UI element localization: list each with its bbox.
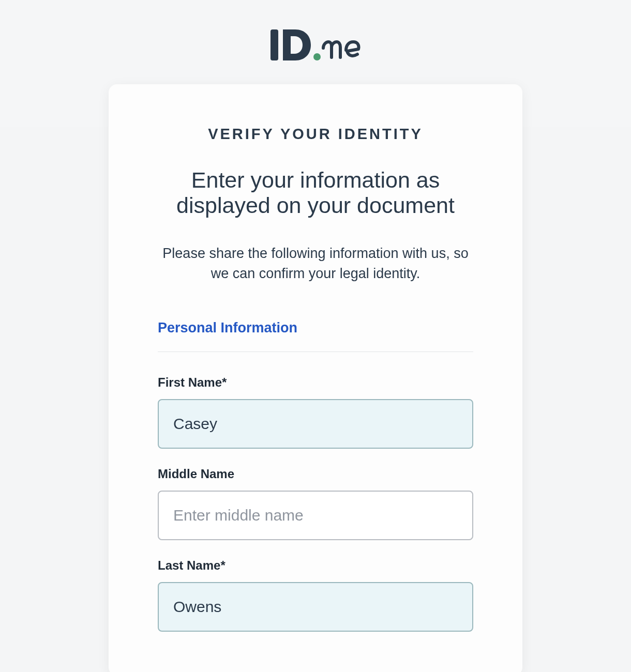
idme-logo-icon [271,28,360,62]
brand-logo [0,28,631,64]
form-group-last-name: Last Name* [158,558,473,632]
last-name-label: Last Name* [158,558,473,573]
identity-form-card: VERIFY YOUR IDENTITY Enter your informat… [109,84,522,672]
section-title-personal-info: Personal Information [158,320,473,336]
page-headline: Enter your information as displayed on y… [158,167,473,219]
first-name-label: First Name* [158,375,473,390]
form-group-first-name: First Name* [158,375,473,449]
form-group-middle-name: Middle Name [158,467,473,540]
middle-name-label: Middle Name [158,467,473,481]
last-name-input[interactable] [158,582,473,632]
first-name-input[interactable] [158,399,473,449]
middle-name-input[interactable] [158,491,473,540]
section-divider [158,352,473,352]
svg-rect-0 [271,29,278,60]
svg-point-1 [313,53,321,60]
page-eyebrow: VERIFY YOUR IDENTITY [158,126,473,143]
page-subtext: Please share the following information w… [158,243,473,284]
